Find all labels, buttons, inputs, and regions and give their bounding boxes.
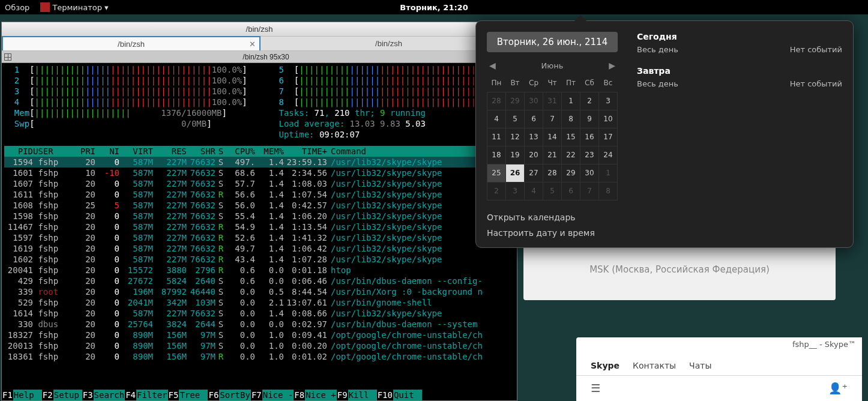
calendar-day[interactable]: 5 — [506, 110, 525, 128]
open-calendar-link[interactable]: Открыть календарь — [487, 213, 618, 222]
calendar-day[interactable]: 28 — [543, 164, 562, 182]
calendar-day[interactable]: 26 — [506, 164, 525, 182]
list-icon[interactable]: ☰ — [591, 382, 600, 394]
terminal-status-bar: /bin/zsh 95x30 — [2, 51, 517, 63]
fn-key[interactable]: F8 — [294, 390, 305, 400]
calendar-day[interactable]: 25 — [487, 164, 506, 182]
fn-label: SortBy — [219, 390, 251, 400]
skype-menu-chats[interactable]: Чаты — [689, 361, 711, 370]
calendar-day[interactable]: 6 — [525, 110, 543, 128]
tab-label: /bin/zsh — [375, 39, 402, 48]
terminal-status-label: /bin/zsh 95x30 — [15, 51, 517, 63]
skype-menu-skype[interactable]: Skype — [591, 361, 619, 370]
fn-key[interactable]: F3 — [82, 390, 94, 400]
fn-label: Help — [13, 390, 42, 400]
split-icon[interactable] — [4, 53, 11, 61]
activities-button[interactable]: Обзор — [5, 3, 29, 12]
calendar-day[interactable]: 20 — [525, 146, 543, 164]
calendar-day[interactable]: 13 — [525, 128, 543, 146]
calendar-day[interactable]: 9 — [580, 110, 599, 128]
calendar-day[interactable]: 12 — [506, 128, 525, 146]
today-heading: Сегодня — [637, 32, 842, 41]
datetime-settings-link[interactable]: Настроить дату и время — [487, 228, 618, 238]
skype-window: fshp__ - Skype™ Skype Контакты Чаты ☰ 👤⁺ — [576, 337, 862, 401]
calendar-day[interactable]: 7 — [580, 182, 599, 200]
calendar-day[interactable]: 21 — [543, 146, 562, 164]
htop-function-bar: F1HelpF2SetupF3SearchF4FilterF5TreeF6Sor… — [2, 390, 517, 400]
fn-label: Tree — [179, 390, 208, 400]
no-events-label: Нет событий — [790, 79, 842, 88]
calendar-day[interactable]: 4 — [525, 182, 543, 200]
app-menu-label: Терминатор — [52, 3, 102, 12]
fn-key[interactable]: F6 — [208, 390, 219, 400]
calendar-popover: Вторник, 26 июн., 2114 ◀ Июнь ▶ ПнВтСрЧт… — [475, 20, 854, 248]
calendar-day[interactable]: 30 — [525, 92, 543, 110]
fn-label: Filter — [136, 390, 168, 400]
fn-key[interactable]: F2 — [42, 390, 53, 400]
calendar-day[interactable]: 14 — [543, 128, 562, 146]
calendar-day[interactable]: 30 — [580, 164, 599, 182]
calendar-dow: Чт — [543, 74, 562, 92]
calendar-next-icon[interactable]: ▶ — [606, 61, 618, 70]
window-title: /bin/zsh — [246, 25, 273, 34]
calendar-day[interactable]: 5 — [543, 182, 562, 200]
calendar-day[interactable]: 3 — [599, 92, 618, 110]
terminal-window: /bin/zsh ✕ /bin/zsh ✕ /bin/zsh /bin/zsh … — [1, 22, 517, 401]
calendar-day[interactable]: 17 — [599, 128, 618, 146]
close-tab-icon[interactable]: ✕ — [249, 37, 256, 52]
calendar-day[interactable]: 31 — [543, 92, 562, 110]
calendar-dow: Вс — [599, 74, 618, 92]
calendar-dow: Пт — [562, 74, 580, 92]
fn-label: Kill — [348, 390, 377, 400]
calendar-day[interactable]: 29 — [506, 92, 525, 110]
calendar-date-title: Вторник, 26 июн., 2114 — [487, 32, 618, 52]
calendar-day[interactable]: 24 — [599, 146, 618, 164]
calendar-day[interactable]: 1 — [599, 164, 618, 182]
clock[interactable]: Вторник, 21:20 — [400, 3, 468, 12]
fn-key[interactable]: F4 — [125, 390, 136, 400]
calendar-day[interactable]: 1 — [562, 92, 580, 110]
calendar-day[interactable]: 29 — [562, 164, 580, 182]
add-contact-icon[interactable]: 👤⁺ — [828, 382, 848, 394]
fn-label: Quit — [393, 390, 422, 400]
htop-output[interactable]: 1 [|||||||||||||||||||||||||||||||||||10… — [2, 63, 517, 390]
skype-window-title: fshp__ - Skype™ — [576, 337, 862, 349]
calendar-month-label: Июнь — [541, 61, 564, 70]
calendar-day[interactable]: 19 — [506, 146, 525, 164]
calendar-dow: Пн — [487, 74, 506, 92]
calendar-day[interactable]: 2 — [487, 182, 506, 200]
calendar-day[interactable]: 28 — [487, 92, 506, 110]
calendar-day[interactable]: 7 — [543, 110, 562, 128]
calendar-day[interactable]: 16 — [580, 128, 599, 146]
calendar-day[interactable]: 2 — [580, 92, 599, 110]
calendar-day[interactable]: 10 — [599, 110, 618, 128]
calendar-prev-icon[interactable]: ◀ — [487, 61, 498, 70]
calendar-day[interactable]: 4 — [487, 110, 506, 128]
fn-key[interactable]: F7 — [251, 390, 262, 400]
all-day-label: Весь день — [637, 79, 678, 88]
calendar-day[interactable]: 3 — [506, 182, 525, 200]
app-menu[interactable]: Терминатор ▾ — [37, 2, 112, 12]
calendar-day[interactable]: 8 — [599, 182, 618, 200]
chevron-down-icon: ▾ — [104, 3, 109, 12]
terminal-tab[interactable]: /bin/zsh ✕ — [2, 36, 261, 50]
fn-key[interactable]: F9 — [337, 390, 348, 400]
calendar-day[interactable]: 23 — [580, 146, 599, 164]
fn-key[interactable]: F10 — [377, 390, 393, 400]
calendar-day[interactable]: 15 — [562, 128, 580, 146]
fn-key[interactable]: F5 — [168, 390, 179, 400]
calendar-day[interactable]: 6 — [562, 182, 580, 200]
fn-key[interactable]: F1 — [2, 390, 13, 400]
calendar-day[interactable]: 22 — [562, 146, 580, 164]
calendar-day[interactable]: 18 — [487, 146, 506, 164]
calendar-grid: ПнВтСрЧтПтСбВс 2829303112345678910111213… — [487, 74, 618, 200]
timezone-label: MSK (Москва, Российская Федерация) — [589, 264, 770, 275]
calendar-day[interactable]: 8 — [562, 110, 580, 128]
skype-menu-contacts[interactable]: Контакты — [633, 361, 676, 370]
tab-label: /bin/zsh — [118, 40, 145, 49]
window-titlebar[interactable]: /bin/zsh ✕ — [2, 22, 517, 37]
fn-label: Setup — [53, 390, 82, 400]
calendar-day[interactable]: 11 — [487, 128, 506, 146]
calendar-day[interactable]: 27 — [525, 164, 543, 182]
calendar-dow: Ср — [525, 74, 543, 92]
